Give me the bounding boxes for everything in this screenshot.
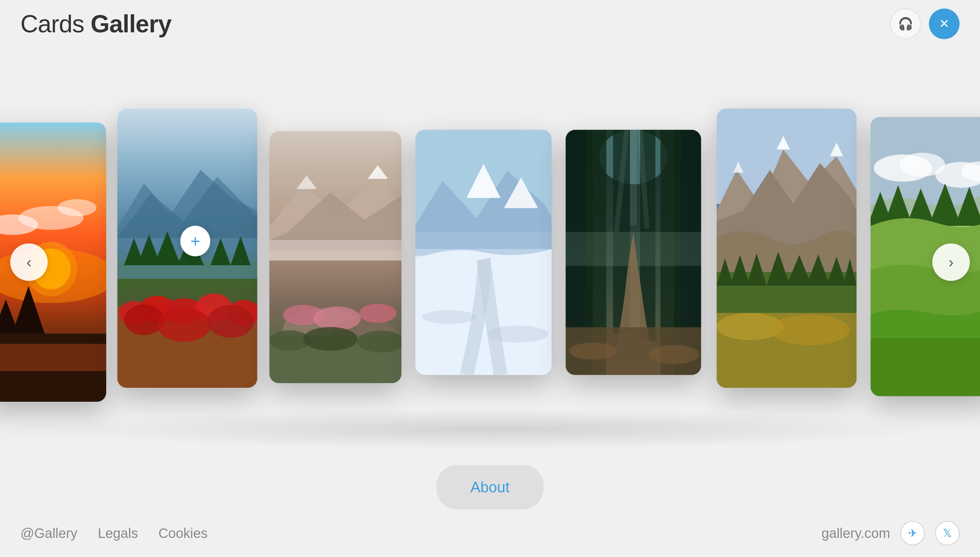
card-mountain-valley[interactable]: [269, 131, 402, 383]
svg-rect-97: [871, 339, 980, 396]
footer: @Gallery Legals Cookies gallery.com ✈ 𝕏: [0, 509, 980, 557]
close-button[interactable]: ✕: [929, 8, 960, 39]
telegram-icon: ✈: [908, 527, 917, 540]
footer-links: @Gallery Legals Cookies: [20, 526, 208, 541]
svg-point-84: [770, 314, 850, 345]
card-image-snow: [415, 130, 552, 375]
nav-prev-button[interactable]: ‹: [10, 243, 48, 281]
logo: Cards Gallery: [20, 10, 171, 38]
svg-point-30: [207, 305, 254, 338]
footer-cookies[interactable]: Cookies: [158, 526, 208, 541]
logo-plain: Cards: [20, 10, 91, 37]
svg-point-29: [157, 308, 211, 342]
card-image-mountain-valley: [269, 131, 402, 383]
twitter-button[interactable]: 𝕏: [935, 521, 960, 546]
headphone-button[interactable]: 🎧: [890, 8, 921, 39]
about-bubble[interactable]: About: [436, 465, 544, 509]
footer-right: gallery.com ✈ 𝕏: [821, 521, 960, 546]
twitter-icon: 𝕏: [943, 527, 952, 540]
nav-next-button[interactable]: ›: [932, 243, 970, 281]
svg-rect-8: [0, 344, 106, 371]
card-rocky-mountains[interactable]: [717, 109, 857, 388]
gallery-area: +: [0, 48, 980, 477]
card-image-forest: [566, 130, 701, 375]
header-buttons: 🎧 ✕: [890, 8, 960, 39]
svg-point-64: [569, 342, 616, 360]
header: Cards Gallery 🎧 ✕: [0, 0, 980, 48]
footer-legals[interactable]: Legals: [98, 526, 138, 541]
svg-point-41: [359, 304, 396, 323]
prev-icon: ‹: [26, 254, 32, 271]
about-label: About: [470, 479, 510, 495]
svg-rect-36: [269, 240, 402, 261]
gallery-shadow: [47, 409, 933, 450]
footer-handle[interactable]: @Gallery: [20, 526, 77, 541]
svg-point-44: [303, 327, 358, 351]
svg-point-50: [422, 310, 477, 324]
logo-bold: Gallery: [91, 10, 171, 37]
card-snow-mountain[interactable]: [415, 130, 552, 375]
svg-point-11: [19, 206, 83, 230]
add-card-button[interactable]: +: [180, 226, 210, 256]
svg-point-28: [124, 305, 164, 335]
svg-point-51: [487, 326, 548, 342]
svg-point-40: [313, 306, 361, 330]
card-mountain-lake[interactable]: +: [117, 109, 257, 388]
card-forest[interactable]: [566, 130, 701, 375]
card-image-rocky: [717, 109, 857, 388]
footer-domain: gallery.com: [821, 526, 890, 541]
next-icon: ›: [949, 254, 954, 271]
telegram-button[interactable]: ✈: [900, 521, 925, 546]
svg-point-65: [649, 345, 699, 364]
